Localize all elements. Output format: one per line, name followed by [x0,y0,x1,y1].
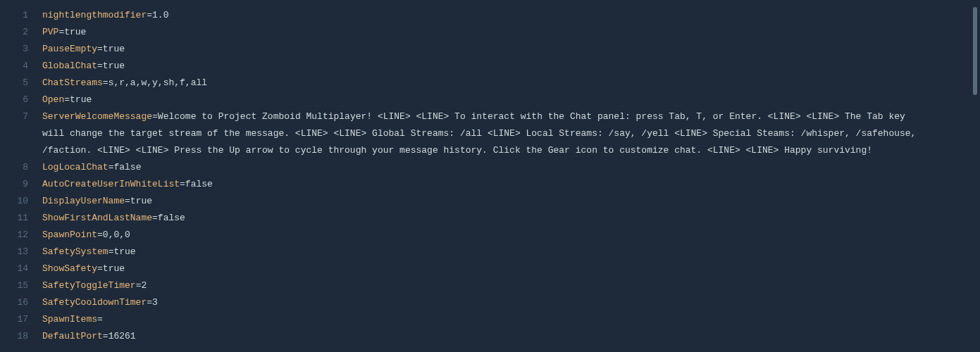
config-value: Welcome to Project Zomboid Multiplayer! … [42,111,922,156]
code-line[interactable]: 4GlobalChat=true [14,58,966,75]
equals-sign: = [97,263,103,274]
code-line[interactable]: 11ShowFirstAndLastName=false [14,210,966,227]
line-content[interactable]: DefaultPort=16261 [42,328,966,345]
equals-sign: = [97,44,103,54]
equals-sign: = [64,94,70,105]
config-value: true [70,94,92,105]
line-content[interactable]: ShowSafety=true [42,260,966,277]
line-number: 3 [14,41,42,58]
config-value: 3 [152,297,158,308]
config-key: DefaultPort [42,331,103,341]
line-content[interactable]: SpawnPoint=0,0,0 [42,227,966,244]
config-value: 16261 [108,331,136,341]
equals-sign: = [97,314,103,325]
config-key: DisplayUserName [42,196,125,206]
line-number: 11 [14,210,42,227]
code-line[interactable]: 14ShowSafety=true [14,260,966,277]
line-content[interactable]: SafetyCooldownTimer=3 [42,294,966,311]
line-content[interactable]: PVP=true [42,24,966,41]
code-line[interactable]: 6Open=true [14,92,966,108]
config-key: PauseEmpty [42,44,97,54]
config-value: 2 [141,280,147,291]
code-line[interactable]: 9AutoCreateUserInWhiteList=false [14,176,966,193]
code-line[interactable]: 1nightlengthmodifier=1.0 [14,7,966,24]
line-content[interactable]: ServerWelcomeMessage=Welcome to Project … [42,108,966,159]
line-number: 13 [14,244,42,260]
line-number: 14 [14,260,42,277]
code-line[interactable]: 3PauseEmpty=true [14,41,966,58]
config-value: s,r,a,w,y,sh,f,all [108,77,207,88]
line-number: 6 [14,92,42,108]
line-content[interactable]: AutoCreateUserInWhiteList=false [42,176,966,193]
equals-sign: = [103,77,108,88]
code-line[interactable]: 15SafetyToggleTimer=2 [14,277,966,294]
equals-sign: = [97,61,103,71]
config-key: nightlengthmodifier [42,10,147,20]
config-value: false [113,162,141,172]
config-key: SpawnPoint [42,230,97,240]
line-number: 15 [14,277,42,294]
config-key: PVP [42,27,58,37]
line-content[interactable]: ChatStreams=s,r,a,w,y,sh,f,all [42,75,966,92]
line-content[interactable]: ShowFirstAndLastName=false [42,210,966,227]
line-number: 2 [14,24,42,41]
config-value: 1.0 [152,10,168,20]
equals-sign: = [180,179,185,189]
code-line[interactable]: 2PVP=true [14,24,966,41]
code-line[interactable]: 13SafetySystem=true [14,244,966,260]
code-line[interactable]: 5ChatStreams=s,r,a,w,y,sh,f,all [14,75,966,92]
code-line[interactable]: 8LogLocalChat=false [14,159,966,176]
equals-sign: = [147,10,152,20]
line-number: 8 [14,159,42,176]
code-line[interactable]: 18DefaultPort=16261 [14,328,966,345]
config-value: true [103,263,125,274]
config-key: LogLocalChat [42,162,108,172]
config-key: SafetyCooldownTimer [42,297,147,308]
config-key: SpawnItems [42,314,97,325]
equals-sign: = [152,213,158,223]
config-key: AutoCreateUserInWhiteList [42,179,180,189]
config-key: SafetySystem [42,246,108,257]
code-line[interactable]: 10DisplayUserName=true [14,193,966,210]
line-content[interactable]: SpawnItems= [42,311,966,328]
config-value: true [113,246,135,257]
scrollbar-thumb[interactable] [973,7,977,95]
code-line[interactable]: 17SpawnItems= [14,311,966,328]
config-value: true [103,61,125,71]
line-number: 7 [14,108,42,125]
line-number: 1 [14,7,42,24]
line-content[interactable]: LogLocalChat=false [42,159,966,176]
config-value: true [64,27,86,37]
line-content[interactable]: SafetySystem=true [42,244,966,260]
config-key: ChatStreams [42,77,103,88]
code-editor[interactable]: 1nightlengthmodifier=1.02PVP=true3PauseE… [14,7,966,345]
line-content[interactable]: SafetyToggleTimer=2 [42,277,966,294]
line-number: 17 [14,311,42,328]
config-key: ServerWelcomeMessage [42,111,152,122]
line-content[interactable]: GlobalChat=true [42,58,966,75]
code-line[interactable]: 7ServerWelcomeMessage=Welcome to Project… [14,108,966,159]
config-key: SafetyToggleTimer [42,280,136,291]
line-number: 18 [14,328,42,345]
config-value: false [185,179,213,189]
line-content[interactable]: nightlengthmodifier=1.0 [42,7,966,24]
equals-sign: = [147,297,152,308]
code-line[interactable]: 12SpawnPoint=0,0,0 [14,227,966,244]
line-content[interactable]: Open=true [42,92,966,108]
line-content[interactable]: PauseEmpty=true [42,41,966,58]
config-value: 0,0,0 [103,230,130,240]
equals-sign: = [152,111,158,122]
equals-sign: = [97,230,103,240]
line-number: 5 [14,75,42,92]
config-value: true [130,196,152,206]
config-key: ShowSafety [42,263,97,274]
config-key: Open [42,94,64,105]
config-key: ShowFirstAndLastName [42,213,152,223]
code-line[interactable]: 16SafetyCooldownTimer=3 [14,294,966,311]
config-key: GlobalChat [42,61,97,71]
line-content[interactable]: DisplayUserName=true [42,193,966,210]
equals-sign: = [125,196,130,206]
line-number: 9 [14,176,42,193]
config-value: true [103,44,125,54]
line-number: 10 [14,193,42,210]
